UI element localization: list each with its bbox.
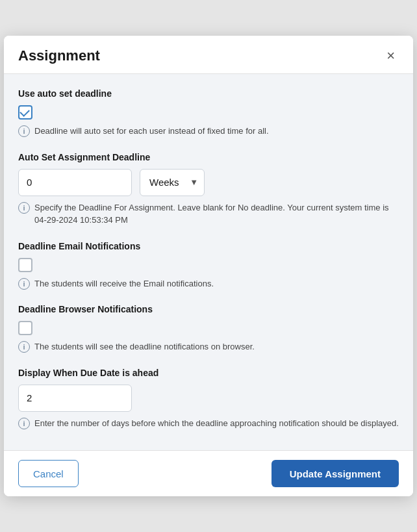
auto-set-deadline-checkbox[interactable]	[18, 105, 32, 120]
email-notifications-checkbox[interactable]	[18, 258, 32, 272]
email-notifications-info-text: The students will receive the Email noti…	[34, 277, 214, 290]
display-when-due-section: Display When Due Date is ahead i Enter t…	[18, 368, 399, 430]
auto-set-deadline-section: Use auto set deadline i Deadline will au…	[18, 88, 399, 138]
display-when-due-inputs-row	[18, 385, 399, 412]
email-notifications-section: Deadline Email Notifications i The stude…	[18, 241, 399, 290]
modal-footer: Cancel Update Assignment	[4, 450, 413, 496]
modal-overlay: Assignment × Use auto set deadline i Dea…	[0, 0, 417, 532]
info-icon-email: i	[18, 278, 30, 290]
modal-title: Assignment	[18, 47, 100, 64]
browser-notifications-checkbox[interactable]	[18, 321, 32, 335]
browser-notifications-info-text: The students will see the deadline notif…	[34, 340, 255, 353]
info-icon-deadline: i	[18, 202, 30, 214]
deadline-inputs-row: Hours Days Weeks Months ▼	[18, 169, 399, 196]
deadline-unit-select[interactable]: Hours Days Weeks Months	[140, 169, 205, 196]
email-notifications-label: Deadline Email Notifications	[18, 241, 399, 251]
auto-set-deadline-info-text: Deadline will auto set for each user ins…	[34, 125, 269, 138]
display-when-due-label: Display When Due Date is ahead	[18, 368, 399, 378]
display-days-input[interactable]	[18, 385, 132, 412]
browser-notifications-label: Deadline Browser Notifications	[18, 304, 399, 314]
assignment-deadline-section: Auto Set Assignment Deadline Hours Days …	[18, 152, 399, 227]
display-when-due-info: i Enter the number of days before which …	[18, 417, 399, 430]
info-icon-browser: i	[18, 341, 30, 353]
email-notifications-info: i The students will receive the Email no…	[18, 277, 399, 290]
deadline-unit-select-wrapper: Hours Days Weeks Months ▼	[140, 169, 205, 196]
info-icon-auto-deadline: i	[18, 125, 30, 137]
assignment-modal: Assignment × Use auto set deadline i Dea…	[4, 36, 413, 496]
assignment-deadline-info: i Specify the Deadline For Assignment. L…	[18, 201, 399, 227]
cancel-button[interactable]: Cancel	[18, 460, 79, 487]
assignment-deadline-info-text: Specify the Deadline For Assignment. Lea…	[34, 201, 399, 227]
close-button[interactable]: ×	[383, 47, 399, 64]
deadline-value-input[interactable]	[18, 169, 132, 196]
assignment-deadline-label: Auto Set Assignment Deadline	[18, 152, 399, 162]
auto-set-deadline-info: i Deadline will auto set for each user i…	[18, 125, 399, 138]
auto-set-deadline-label: Use auto set deadline	[18, 88, 399, 99]
browser-notifications-checkbox-wrapper	[18, 321, 399, 335]
modal-body: Use auto set deadline i Deadline will au…	[4, 74, 413, 450]
modal-header: Assignment ×	[4, 36, 413, 74]
display-when-due-info-text: Enter the number of days before which th…	[34, 417, 399, 430]
email-notifications-checkbox-wrapper	[18, 258, 399, 272]
auto-set-deadline-checkbox-wrapper	[18, 105, 399, 120]
update-assignment-button[interactable]: Update Assignment	[272, 460, 399, 487]
browser-notifications-section: Deadline Browser Notifications i The stu…	[18, 304, 399, 353]
browser-notifications-info: i The students will see the deadline not…	[18, 340, 399, 353]
info-icon-display-due: i	[18, 418, 30, 429]
